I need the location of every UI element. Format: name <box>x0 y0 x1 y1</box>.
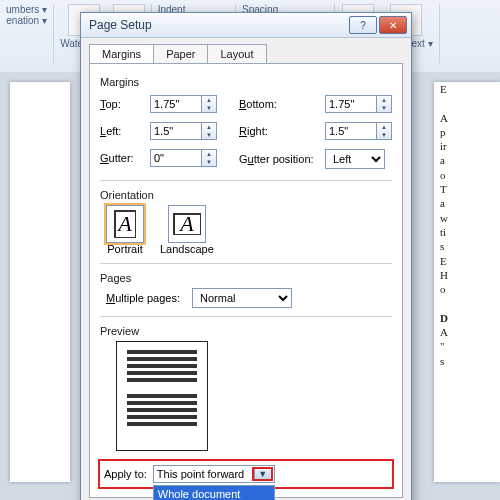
page-setup-dialog: Page Setup ? ✕ Margins Paper Layout Marg… <box>80 12 412 500</box>
apply-to-combo[interactable]: This point forward ▼ Whole document This… <box>153 465 275 483</box>
ribbon-group-numbers: umbers ▾ enation ▾ <box>0 4 54 64</box>
tab-body-margins: Margins Top: ▲▼ Left: ▲▼ <box>89 63 403 498</box>
landscape-label: Landscape <box>160 243 214 255</box>
gutter-label: Gutter: <box>100 152 144 164</box>
dialog-tabs: Margins Paper Layout <box>81 38 411 63</box>
top-spinner[interactable]: ▲▼ <box>150 95 217 113</box>
preview-section-label: Preview <box>100 325 392 337</box>
portrait-label: Portrait <box>107 243 142 255</box>
top-label: Top: <box>100 98 144 110</box>
apply-to-dropdown-list: Whole document This point forward <box>153 485 275 500</box>
gutter-spinner[interactable]: ▲▼ <box>150 149 217 167</box>
line-numbers-button[interactable]: umbers ▾ <box>6 4 47 15</box>
tab-paper[interactable]: Paper <box>153 44 208 63</box>
right-spinner[interactable]: ▲▼ <box>325 122 392 140</box>
apply-to-selected: This point forward <box>157 468 244 480</box>
dialog-title: Page Setup <box>89 18 347 32</box>
gutter-position-label: Gutter position: <box>239 153 319 165</box>
top-input[interactable] <box>150 95 202 113</box>
left-input[interactable] <box>150 122 202 140</box>
right-label: Right: <box>239 125 319 137</box>
left-spinner[interactable]: ▲▼ <box>150 122 217 140</box>
landscape-icon: A <box>168 205 206 243</box>
bottom-input[interactable] <box>325 95 377 113</box>
hyphenation-button[interactable]: enation ▾ <box>6 15 47 26</box>
multiple-pages-select[interactable]: Normal <box>192 288 292 308</box>
tab-layout[interactable]: Layout <box>207 44 266 63</box>
bottom-label: Bottom: <box>239 98 319 110</box>
left-label: Left: <box>100 125 144 137</box>
orientation-landscape[interactable]: A Landscape <box>160 205 214 255</box>
portrait-icon: A <box>106 205 144 243</box>
help-button[interactable]: ? <box>349 16 377 34</box>
close-button[interactable]: ✕ <box>379 16 407 34</box>
dialog-titlebar[interactable]: Page Setup ? ✕ <box>81 13 411 38</box>
apply-to-region: Apply to: This point forward ▼ Whole doc… <box>100 461 392 487</box>
preview-page <box>116 341 208 451</box>
gutter-position-select[interactable]: Left <box>325 149 385 169</box>
margins-section-label: Margins <box>100 76 392 88</box>
apply-to-label: Apply to: <box>104 465 147 480</box>
orientation-portrait[interactable]: A Portrait <box>106 205 144 255</box>
right-input[interactable] <box>325 122 377 140</box>
orientation-section-label: Orientation <box>100 189 392 201</box>
document-page-right: E Apirao Tawtis EHo D A"s <box>434 82 500 482</box>
pages-section-label: Pages <box>100 272 392 284</box>
document-page-left <box>10 82 70 482</box>
apply-option-whole-document[interactable]: Whole document <box>154 486 274 500</box>
gutter-input[interactable] <box>150 149 202 167</box>
multiple-pages-label: Multiple pages: <box>106 292 186 304</box>
bottom-spinner[interactable]: ▲▼ <box>325 95 392 113</box>
tab-margins[interactable]: Margins <box>89 44 154 63</box>
apply-to-dropdown-button[interactable]: ▼ <box>254 469 271 479</box>
